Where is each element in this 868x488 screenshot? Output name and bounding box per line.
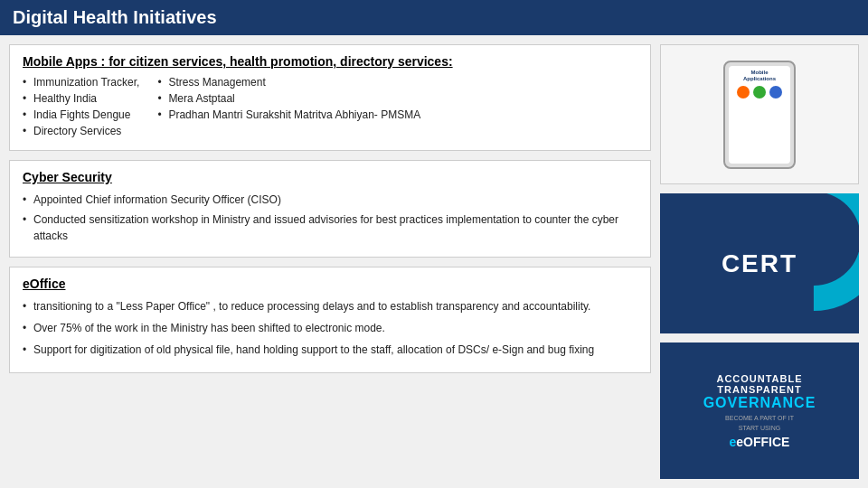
- list-item: Immunization Tracker,: [23, 76, 139, 89]
- mobile-apps-right-list: Stress Management Mera Astptaal Pradhan …: [157, 76, 420, 141]
- governance-text-block: ACCOUNTABLE TRANSPARENT GOVERNANCE BECOM…: [703, 373, 816, 449]
- phone-icons: [737, 86, 782, 99]
- app-icon-blue: [769, 86, 782, 99]
- list-item: Pradhan Mantri Surakshit Matritva Abhiya…: [157, 108, 420, 121]
- page: Digital Health Initiatives Mobile Apps :…: [0, 0, 868, 488]
- main-content: Mobile Apps : for citizen services, heal…: [0, 35, 868, 488]
- list-item: Support for digitization of old physical…: [23, 342, 637, 358]
- list-item: India Fights Dengue: [23, 108, 139, 121]
- list-item: Stress Management: [157, 76, 420, 89]
- gov-line1: ACCOUNTABLE: [703, 373, 816, 384]
- gov-sub2: START USING: [703, 425, 816, 431]
- mobile-apps-card: Mobile Apps : for citizen services, heal…: [9, 44, 651, 151]
- cyber-security-title: Cyber Security: [23, 170, 637, 184]
- mobile-apps-left-list: Immunization Tracker, Healthy India Indi…: [23, 76, 139, 141]
- list-item: transitioning to a "Less Paper Office" ,…: [23, 298, 637, 314]
- phone-graphic-panel: Mobile Applications: [660, 44, 859, 184]
- cert-text: CERT: [722, 249, 797, 278]
- eoffice-title: eOffice: [23, 277, 637, 291]
- eoffice-card: eOffice transitioning to a "Less Paper O…: [9, 267, 651, 373]
- left-column: Mobile Apps : for citizen services, heal…: [9, 44, 651, 479]
- list-item: Mera Astptaal: [157, 92, 420, 105]
- app-icon-green: [753, 86, 766, 99]
- phone-screen: Mobile Applications: [729, 66, 790, 164]
- list-item: Appointed Chief information Security Off…: [23, 192, 637, 208]
- eoffice-logo: eeOFFICE: [703, 435, 816, 449]
- eoffice-label: eOFFICE: [736, 435, 789, 449]
- gov-sub1: BECOME A PART OF IT: [703, 415, 816, 421]
- list-item: Healthy India: [23, 92, 139, 105]
- list-item: Directory Services: [23, 125, 139, 137]
- governance-panel: ACCOUNTABLE TRANSPARENT GOVERNANCE BECOM…: [660, 343, 859, 479]
- gov-line3: GOVERNANCE: [703, 395, 816, 411]
- right-column: Mobile Applications CERT: [660, 44, 859, 479]
- gov-line2: TRANSPARENT: [703, 384, 816, 395]
- mobile-apps-title: Mobile Apps : for citizen services, heal…: [23, 54, 637, 69]
- cyber-security-list: Appointed Chief information Security Off…: [23, 192, 637, 244]
- cert-panel: CERT: [660, 193, 859, 333]
- cyber-security-card: Cyber Security Appointed Chief informati…: [9, 160, 651, 258]
- mobile-apps-content: Immunization Tracker, Healthy India Indi…: [23, 76, 637, 141]
- list-item: Over 75% of the work in the Ministry has…: [23, 320, 637, 336]
- app-icon-orange: [737, 86, 750, 99]
- phone-graphic: Mobile Applications: [723, 61, 796, 169]
- page-title: Digital Health Initiatives: [13, 7, 217, 27]
- phone-label: Mobile Applications: [743, 70, 776, 82]
- eoffice-list: transitioning to a "Less Paper Office" ,…: [23, 298, 637, 358]
- list-item: Conducted sensitization workshop in Mini…: [23, 211, 637, 244]
- page-header: Digital Health Initiatives: [0, 0, 868, 35]
